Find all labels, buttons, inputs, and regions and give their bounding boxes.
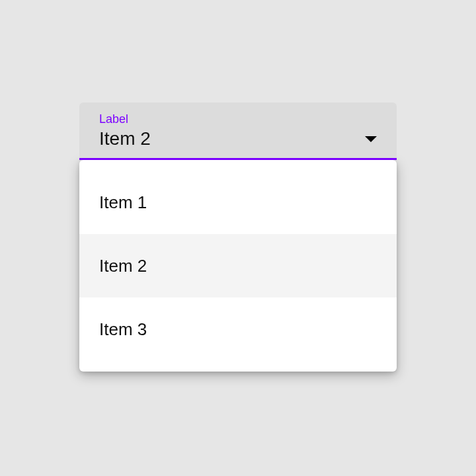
select-container: Label Item 2 Item 1 Item 2 Item 3 [79, 102, 397, 372]
dropdown-panel: Item 1 Item 2 Item 3 [79, 160, 397, 372]
dropdown-option-label: Item 2 [99, 256, 147, 276]
select-label: Label [99, 112, 381, 126]
dropdown-option-label: Item 3 [99, 319, 147, 340]
chevron-down-icon [365, 136, 377, 142]
select-field[interactable]: Label Item 2 [79, 102, 397, 160]
select-value-row: Item 2 [99, 128, 381, 150]
dropdown-option-item-1[interactable]: Item 1 [79, 171, 397, 234]
dropdown-option-item-3[interactable]: Item 3 [79, 298, 397, 361]
select-value: Item 2 [99, 128, 151, 150]
dropdown-option-label: Item 1 [99, 192, 147, 213]
dropdown-option-item-2[interactable]: Item 2 [79, 234, 397, 298]
